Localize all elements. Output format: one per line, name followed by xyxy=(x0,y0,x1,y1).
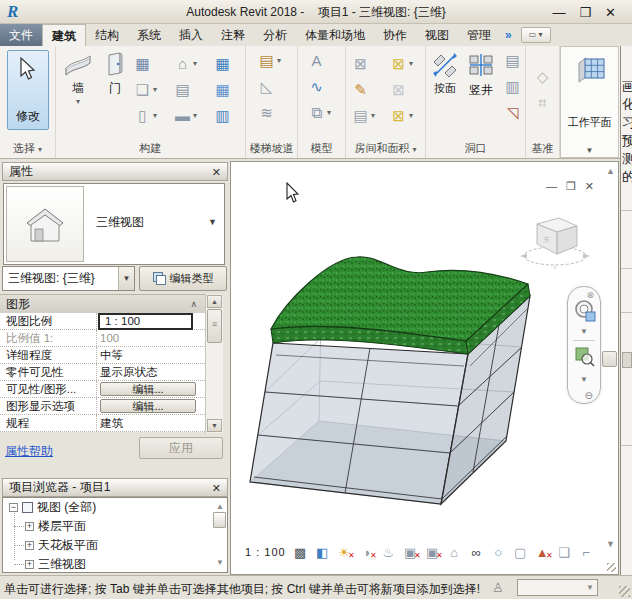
tree-item-views-root[interactable]: −视图 (全部) xyxy=(3,498,227,517)
reveal-constraints-icon[interactable]: ⌐ xyxy=(579,545,594,560)
temporary-hide-isolate-icon[interactable]: ∞ xyxy=(469,545,484,560)
zoom-dropdown-icon[interactable]: ▼ xyxy=(568,375,600,384)
type-selector-dropdown-icon[interactable]: ▼ xyxy=(208,217,217,227)
ribbon-state-toggle[interactable]: ▭ ▾ xyxy=(521,27,551,43)
grid-icon[interactable]: ⌗ xyxy=(534,94,551,111)
tab-2[interactable]: 结构 xyxy=(86,24,128,46)
property-value[interactable]: 建筑 xyxy=(97,415,205,431)
edit-type-button[interactable]: 编辑类型 xyxy=(139,266,227,291)
browser-scroll-thumb[interactable] xyxy=(213,512,226,528)
scroll-down-button[interactable]: ▼ xyxy=(207,419,222,432)
curtain-system-icon[interactable]: ▦ xyxy=(214,55,231,72)
property-value-input[interactable]: 1 : 100 xyxy=(98,313,193,330)
ramp-icon[interactable]: ◺ xyxy=(258,78,275,95)
model-group-icon[interactable]: ⧉ xyxy=(308,104,325,121)
scale-button[interactable]: 1 : 100 xyxy=(245,546,286,558)
panel-select-label[interactable]: 选择 ▾ xyxy=(0,140,55,158)
visual-style-icon[interactable]: ◧ xyxy=(315,545,330,560)
displacement-sets-icon[interactable]: ❑ xyxy=(557,545,572,560)
railing-icon[interactable]: ▤ xyxy=(258,52,275,69)
vertical-opening-icon[interactable]: ▥ xyxy=(504,78,521,95)
navigation-bar[interactable]: ⊗ ▼ ▼ ⊖ xyxy=(567,286,601,404)
column-icon[interactable]: ▯ xyxy=(134,107,151,124)
tab-6[interactable]: 分析 xyxy=(254,24,296,46)
room-icon[interactable]: ⊠ xyxy=(352,55,369,72)
window-minimize-button[interactable]: — xyxy=(552,5,565,20)
tab-4[interactable]: 插入 xyxy=(170,24,212,46)
collapse-chevron-icon[interactable]: ∧ xyxy=(190,295,197,313)
browser-scroll-up-icon[interactable]: ▲ xyxy=(216,502,224,511)
properties-scrollbar[interactable]: ▲ ▼ xyxy=(205,294,223,433)
ceiling-icon[interactable]: ▤ xyxy=(174,81,191,98)
drawing-area[interactable]: — ❐ ✕ ▲ ▼ 东 ⊗ ▼ ▼ ⊖ 1 : 1 xyxy=(230,161,619,575)
column-icon-caret[interactable]: ▾ xyxy=(153,111,157,120)
floor-icon-caret[interactable]: ▾ xyxy=(193,111,197,120)
roof-icon-caret[interactable]: ▾ xyxy=(193,59,197,68)
area-icon-caret[interactable]: ▾ xyxy=(409,59,413,68)
scroll-up-button[interactable]: ▲ xyxy=(207,295,222,308)
zoom-icon[interactable] xyxy=(575,346,595,368)
tab-0[interactable]: 文件 xyxy=(0,24,42,46)
worksets-icon[interactable]: ♙ xyxy=(492,580,504,595)
browser-title-bar[interactable]: 项目浏览器 - 项目1 ✕ xyxy=(2,478,228,497)
crop-region-icon[interactable]: ▣✕ xyxy=(425,545,440,560)
tab-9[interactable]: 视图 xyxy=(416,24,458,46)
railing-icon-caret[interactable]: ▾ xyxy=(277,56,281,65)
properties-title-bar[interactable]: 属性 ✕ xyxy=(2,162,228,181)
edit-button[interactable]: 编辑... xyxy=(100,399,196,413)
tag-room-icon[interactable]: ⊠ xyxy=(390,81,407,98)
collapse-expander-icon[interactable]: − xyxy=(9,503,18,512)
tab-5[interactable]: 注释 xyxy=(212,24,254,46)
properties-help-link[interactable]: 属性帮助 xyxy=(5,443,53,460)
graphics-section-header[interactable]: 图形 ∧ xyxy=(0,294,205,313)
tab-3[interactable]: 系统 xyxy=(128,24,170,46)
view-combo-dropdown-icon[interactable]: ▼ xyxy=(118,267,134,290)
floor-icon[interactable]: ▬ xyxy=(174,107,191,124)
window-close-button[interactable]: ✕ xyxy=(605,5,616,20)
tab-1[interactable]: 建筑 xyxy=(42,24,86,46)
browser-close-icon[interactable]: ✕ xyxy=(212,480,221,497)
view-minimize-icon[interactable]: — xyxy=(546,180,557,193)
expand-icon[interactable]: + xyxy=(25,541,34,550)
type-selector[interactable]: 三维视图 ▼ xyxy=(3,183,225,265)
window-maximize-button[interactable]: ❒ xyxy=(579,5,591,20)
dormer-icon[interactable]: ◹ xyxy=(504,104,521,121)
roof-icon[interactable]: ⌂ xyxy=(174,55,191,72)
viewport-resize-grip[interactable] xyxy=(607,563,616,572)
component-icon-caret[interactable]: ▾ xyxy=(153,85,157,94)
crop-view-icon[interactable]: ▣✕ xyxy=(403,545,418,560)
shadows-icon[interactable]: ◑✕ xyxy=(359,545,374,560)
scroll-thumb[interactable] xyxy=(207,309,222,343)
area-icon[interactable]: ⊠ xyxy=(390,55,407,72)
panel-room-label[interactable]: 房间和面积 ▾ xyxy=(346,140,425,158)
analytical-model-icon[interactable]: ▲✕ xyxy=(535,545,550,560)
navbar-collapse-icon[interactable]: ⊖ xyxy=(585,390,593,401)
apply-button[interactable]: 应用 xyxy=(139,437,223,459)
viewport-scroll-thumb[interactable] xyxy=(602,351,617,367)
detail-level-icon[interactable]: ▩ xyxy=(293,545,308,560)
model-line-icon[interactable]: ∿ xyxy=(308,78,325,95)
wall-opening-icon[interactable]: ▤ xyxy=(504,52,521,69)
workplane-caret[interactable]: ▼ xyxy=(561,146,618,155)
wheel-dropdown-icon[interactable]: ▼ xyxy=(568,327,600,336)
opening-by-face-button[interactable]: 按面 xyxy=(429,48,461,136)
browser-scroll-down-icon[interactable]: ▼ xyxy=(216,558,224,567)
view-restore-icon[interactable]: ❐ xyxy=(566,180,576,193)
expand-icon[interactable]: + xyxy=(25,560,34,569)
reveal-hidden-icon[interactable]: ○ xyxy=(491,545,506,560)
viewport-scroll-up-icon[interactable]: ▲ xyxy=(606,166,615,176)
property-value[interactable]: 显示原状态 xyxy=(97,364,205,380)
level-icon[interactable]: ◇ xyxy=(534,68,551,85)
properties-close-icon[interactable]: ✕ xyxy=(212,164,221,181)
view-close-icon[interactable]: ✕ xyxy=(585,180,594,193)
tree-item-1[interactable]: +天花板平面 xyxy=(3,536,227,555)
room-separator-icon[interactable]: ✎ xyxy=(352,81,369,98)
lock-3d-view-icon[interactable]: ⌂ xyxy=(447,545,462,560)
tab-8[interactable]: 协作 xyxy=(374,24,416,46)
shaft-button[interactable]: 竖井 xyxy=(464,48,498,136)
model-group-icon-caret[interactable]: ▾ xyxy=(327,108,331,117)
curtain-grid-icon[interactable]: ▦ xyxy=(214,81,231,98)
modify-button[interactable]: 修改 xyxy=(7,50,49,130)
window-resize-grip[interactable] xyxy=(619,586,630,597)
mullion-icon[interactable]: ▥ xyxy=(214,107,231,124)
